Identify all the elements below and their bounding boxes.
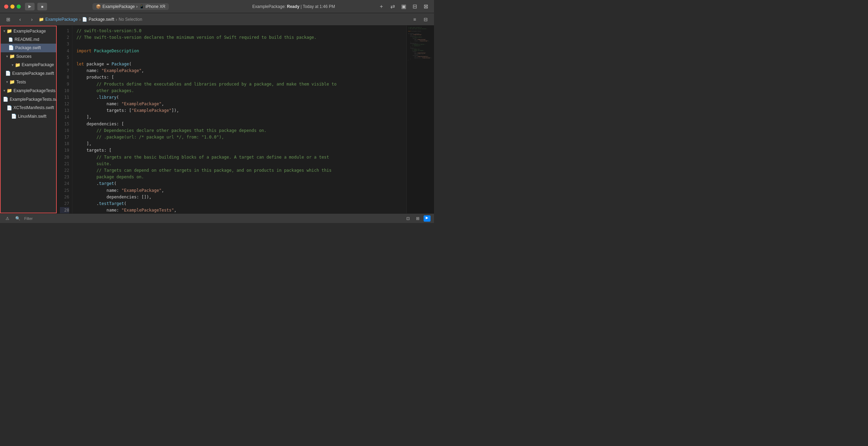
sidebar-item-label: Package.swift bbox=[15, 45, 41, 51]
filter-label: Filter bbox=[24, 216, 33, 221]
sidebar-item-tests[interactable]: ▼ 📁 Tests bbox=[0, 78, 57, 87]
status-suffix: | Today at 1:46 PM bbox=[300, 4, 335, 9]
sidebar-item-label: README.md bbox=[15, 36, 39, 43]
sidebar-item-sources[interactable]: ▼ 📁 Sources bbox=[0, 52, 57, 61]
swift-file-icon: 📄 bbox=[8, 44, 14, 52]
swift-file-icon: 📄 bbox=[3, 96, 8, 103]
breadcrumb-sep-1: › bbox=[79, 17, 81, 22]
maximize-button[interactable] bbox=[17, 5, 21, 9]
add-button[interactable]: + bbox=[377, 3, 386, 10]
editor-mode-compare[interactable]: ⊠ bbox=[422, 3, 430, 10]
minimize-button[interactable] bbox=[10, 5, 15, 9]
code-review-button[interactable]: ⇄ bbox=[388, 3, 397, 10]
sidebar-item-label: ExamplePackage.swift bbox=[12, 70, 54, 77]
run-button[interactable]: ▶ bbox=[25, 3, 35, 10]
issue-navigator-button[interactable]: ⊡ bbox=[404, 215, 412, 222]
toolbar-right: ≡ ⊟ bbox=[410, 15, 431, 24]
bottombar-right: ⊡ ⊞ ▶ bbox=[404, 215, 431, 222]
sidebar-item-examplepkg-swift[interactable]: 📄 ExamplePackage.swift bbox=[0, 69, 57, 78]
expand-icon: ▼ bbox=[3, 29, 6, 34]
line-numbers: 12345 678910 1112131415 1617181920 21222… bbox=[57, 26, 72, 213]
sidebar-item-label: ExamplePackage bbox=[22, 62, 54, 68]
status-prefix: ExamplePackage: bbox=[252, 4, 286, 9]
main-content: ▼ 📁 ExamplePackage 📄 README.md 📄 Package… bbox=[0, 26, 434, 213]
folder-icon: 📁 bbox=[15, 62, 20, 69]
titlebar: ▶ ■ 📦 ExamplePackage › 📱 iPhone XR Examp… bbox=[0, 0, 434, 13]
titlebar-controls: ▶ ■ bbox=[25, 3, 47, 10]
folder-icon: 📁 bbox=[7, 28, 12, 35]
bottombar: ⚠ 🔍 Filter ⊡ ⊞ ▶ bbox=[0, 213, 434, 223]
status-keyword: Ready bbox=[287, 4, 299, 9]
sidebar-item-label: Tests bbox=[16, 79, 26, 86]
titlebar-right: + ⇄ ▣ ⊟ ⊠ bbox=[377, 3, 430, 10]
sidebar: ▼ 📁 ExamplePackage 📄 README.md 📄 Package… bbox=[0, 26, 57, 213]
sidebar-item-tests-swift[interactable]: 📄 ExamplePackageTests.swift bbox=[0, 95, 57, 104]
editor-options-button[interactable]: ≡ bbox=[410, 15, 419, 24]
sidebar-item-linuxmain-swift[interactable]: 📄 LinuxMain.swift bbox=[0, 112, 57, 121]
breadcrumb-file[interactable]: Package.swift bbox=[89, 17, 114, 22]
breadcrumb-file-icon: 📄 bbox=[82, 17, 87, 22]
folder-icon: 📁 bbox=[7, 87, 12, 95]
scheme-icon: 📦 bbox=[96, 4, 101, 9]
filter-text: Filter bbox=[24, 216, 33, 221]
sidebar-item-label: LinuxMain.swift bbox=[18, 113, 46, 120]
file-icon: 📄 bbox=[8, 37, 13, 43]
forward-button[interactable]: › bbox=[27, 15, 37, 24]
expand-icon: ▼ bbox=[3, 88, 6, 93]
titlebar-center: 📦 ExamplePackage › 📱 iPhone XR bbox=[51, 3, 210, 10]
breadcrumb-folder[interactable]: ExamplePackage bbox=[45, 17, 78, 22]
view-options-button[interactable]: ⊞ bbox=[414, 215, 422, 222]
minimap-content: // swift-tools-version:5.0 // The swift-… bbox=[407, 26, 434, 62]
toolbar: ⊞ ‹ › 📁 ExamplePackage › 📄 Package.swift… bbox=[0, 13, 434, 26]
breadcrumb-selection: No Selection bbox=[119, 17, 142, 22]
error-navigator-button[interactable]: ⚠ bbox=[3, 215, 11, 222]
expand-icon: ▼ bbox=[11, 63, 14, 68]
sidebar-item-label: Sources bbox=[16, 53, 31, 60]
editor-mode-single[interactable]: ▣ bbox=[399, 3, 408, 10]
sidebar-item-label: XCTestManifests.swift bbox=[13, 105, 54, 111]
minimap: // swift-tools-version:5.0 // The swift-… bbox=[406, 26, 434, 213]
swift-file-icon: 📄 bbox=[5, 70, 11, 77]
expand-icon: ▼ bbox=[6, 80, 9, 84]
sidebar-item-package-swift[interactable]: 📄 Package.swift bbox=[0, 44, 57, 52]
breadcrumb-sep-2: › bbox=[116, 17, 117, 22]
swift-file-icon: 📄 bbox=[11, 113, 17, 120]
expand-icon: ▼ bbox=[6, 54, 9, 59]
traffic-lights bbox=[4, 5, 21, 9]
grid-view-button[interactable]: ⊞ bbox=[3, 15, 13, 24]
scheme-name: ExamplePackage bbox=[102, 4, 135, 9]
swift-file-icon: 📄 bbox=[7, 105, 12, 112]
breadcrumb: 📁 ExamplePackage › 📄 Package.swift › No … bbox=[39, 17, 408, 22]
sidebar-item-root[interactable]: ▼ 📁 ExamplePackage bbox=[0, 27, 57, 36]
breadcrumb-folder-icon: 📁 bbox=[39, 17, 44, 22]
inspector-button[interactable]: ⊟ bbox=[421, 15, 431, 24]
run-badge[interactable]: ▶ bbox=[424, 215, 431, 222]
sidebar-item-readme[interactable]: 📄 README.md bbox=[0, 36, 57, 44]
folder-icon: 📁 bbox=[9, 53, 15, 60]
folder-icon: 📁 bbox=[9, 79, 15, 86]
sidebar-item-xctest-swift[interactable]: 📄 XCTestManifests.swift bbox=[0, 104, 57, 113]
stop-button[interactable]: ■ bbox=[37, 3, 47, 10]
device-separator: › bbox=[136, 4, 138, 9]
sidebar-item-label: ExamplePackage bbox=[13, 28, 46, 35]
status-bar: ExamplePackage: Ready | Today at 1:46 PM bbox=[214, 4, 373, 9]
sidebar-item-tests-folder[interactable]: ▼ 📁 ExamplePackageTests bbox=[0, 87, 57, 95]
sidebar-item-label: ExamplePackageTests bbox=[13, 88, 55, 94]
code-content[interactable]: // swift-tools-version:5.0 // The swift-… bbox=[72, 26, 406, 213]
sidebar-item-examplepkg-folder[interactable]: ▼ 📁 ExamplePackage bbox=[0, 61, 57, 70]
sidebar-item-label: ExamplePackageTests.swift bbox=[10, 96, 57, 103]
device-icon: 📱 bbox=[139, 4, 144, 9]
scheme-selector[interactable]: 📦 ExamplePackage › 📱 iPhone XR bbox=[92, 3, 169, 10]
code-editor[interactable]: 12345 678910 1112131415 1617181920 21222… bbox=[57, 26, 434, 213]
close-button[interactable] bbox=[4, 5, 8, 9]
back-button[interactable]: ‹ bbox=[15, 15, 25, 24]
editor-mode-split[interactable]: ⊟ bbox=[410, 3, 419, 10]
filter-button[interactable]: 🔍 bbox=[14, 215, 21, 222]
device-name: iPhone XR bbox=[146, 4, 165, 9]
